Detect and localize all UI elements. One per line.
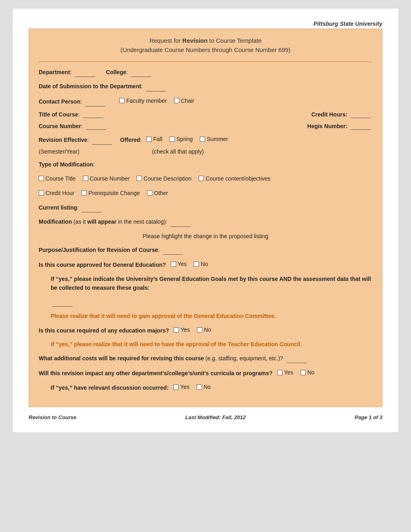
ed-majors-no-checkbox[interactable] [197,327,202,332]
faculty-member-checkbox-item: Faculty member [119,96,166,105]
gen-ed-warning: Please realize that it will need to gain… [51,313,276,319]
gen-ed-indent-row: If “yes,” please indicate the University… [51,274,372,293]
gen-ed-row: Is this course approved for General Educ… [39,260,372,269]
header-line1: Request for Revision to Course Template [39,36,372,46]
title-course-cell: Title of Course: [39,111,105,118]
gen-ed-yes-label: Yes [178,260,187,268]
hegis-number-blank [351,123,371,130]
credit-hour-mod-checkbox[interactable] [39,190,44,195]
modification-checkboxes-row2: Credit Hour Prerequisite Change Other [39,189,372,198]
college-label: College [106,69,127,75]
gen-ed-indent-text: If “yes,” please indicate the University… [51,276,371,291]
prereq-change-mod-item: Prerequisite Change [81,189,140,197]
discussion-no-checkbox[interactable] [197,384,202,390]
contact-person-blank [85,97,105,106]
spring-checkbox-item: Spring [170,135,193,143]
other-mod-checkbox[interactable] [147,190,152,195]
purpose-row: Purpose/Justification for Revision of Co… [39,245,372,255]
title-course-blank [83,111,103,118]
discussion-no-item: No [197,382,211,391]
footer-right: Page 1 of 3 [355,414,382,420]
course-desc-mod-checkbox[interactable] [137,176,142,181]
gen-ed-yes-checkbox[interactable] [171,262,176,267]
course-number-mod-checkbox[interactable] [83,176,88,181]
revision-effective-label: Revision Effective [39,137,87,143]
revision-offered-row: Revision Effective: Offered: Fall Spring… [39,135,372,145]
date-submission-blank [146,82,166,91]
prereq-change-mod-checkbox[interactable] [81,190,87,195]
date-submission-label: Date of Submission to the Department [39,83,141,89]
impact-no-checkbox[interactable] [301,370,306,375]
purpose-blank [163,245,183,255]
department-blank [75,68,95,77]
course-hegis-row: Course Number: Hegis Number: [39,123,372,130]
course-desc-mod-label: Course Description [143,174,191,183]
gen-ed-yes-item: Yes [171,260,187,268]
chair-checkbox-item: Chair [174,96,194,105]
fall-checkbox[interactable] [146,137,152,142]
discussion-row: If “yes,” have relevant discussion occur… [51,382,372,392]
discussion-yes-label: Yes [180,382,189,391]
additional-costs-blank [286,354,307,363]
page-container: Pittsburg State University Request for R… [12,8,399,433]
chair-checkbox[interactable] [174,98,179,103]
modification-note1: (as it [73,218,87,225]
impact-yes-label: Yes [284,368,293,377]
header-line1-post: to Course Template [208,37,262,44]
semester-check-row: (Semester/Year) (check all that apply) [39,147,372,156]
discussion-yes-checkbox[interactable] [173,384,179,390]
impact-question: Will this revision impact any other depa… [39,370,272,376]
current-listing-label: Current listing [39,204,77,211]
footer-center: Last Modified: Fall, 2012 [185,414,246,420]
other-mod-item: Other [147,189,168,197]
impact-no-label: No [307,368,315,377]
faculty-member-checkbox[interactable] [119,98,125,103]
ed-majors-question: Is this course required of any education… [39,327,169,334]
course-number-mod-item: Course Number [83,174,130,183]
ed-majors-no-item: No [197,325,211,334]
modification-label: Modification [39,218,72,225]
impact-no-item: No [301,368,315,377]
modification-row: Modification (as it will appear in the n… [39,217,372,227]
ed-majors-warning-row: If “yes,” please realize that it will ne… [51,340,372,349]
footer-left: Revision to Course [29,414,76,420]
type-modification-label: Type of Modification [39,161,93,168]
course-number-mod-label: Course Number [90,174,130,183]
gen-ed-no-checkbox[interactable] [194,262,199,267]
ed-majors-warning: If “yes,” please realize that it will ne… [51,341,302,347]
fall-label: Fall [153,135,162,143]
header-divider [39,62,372,62]
chair-label: Chair [181,96,194,105]
purpose-label: Purpose/Justification for Revision of Co… [39,247,158,253]
additional-costs-row: What additional costs will be required f… [39,354,372,363]
spring-label: Spring [176,135,193,143]
title-credit-row: Title of Course: Credit Hours: [39,111,372,118]
ed-majors-yes-label: Yes [181,325,190,334]
department-college-row: Department: College: [39,68,372,77]
offered-label: Offered [120,137,140,143]
course-title-mod-checkbox[interactable] [39,176,44,181]
modification-bold: will appear [87,218,116,225]
course-desc-mod-item: Course Description [137,174,191,183]
contact-person-label: Contact Person [39,98,80,104]
gen-ed-blank-row [51,297,372,306]
summer-checkbox[interactable] [200,137,205,142]
discussion-yes-item: Yes [173,382,189,391]
other-mod-label: Other [154,189,168,197]
header-line2: (Undergraduate Course Numbers through Co… [39,46,372,55]
modification-sub: Please highlight the change in the propo… [39,232,372,241]
course-title-mod-label: Course Title [46,174,76,183]
credit-hour-mod-item: Credit Hour [39,189,75,197]
discussion-label: If “yes,” have relevant discussion occur… [51,384,169,391]
current-listing-blank [82,203,102,212]
ed-majors-yes-checkbox[interactable] [174,327,179,332]
page-footer: Revision to Course Last Modified: Fall, … [29,414,382,420]
modification-note2: in the next catalog): [116,218,167,225]
spring-checkbox[interactable] [170,137,175,142]
course-content-mod-checkbox[interactable] [199,176,204,181]
hegis-number-label: Hegis Number [307,123,346,129]
additional-costs-label: What additional costs will be required f… [39,355,204,362]
impact-yes-checkbox[interactable] [277,370,282,375]
fall-checkbox-item: Fall [146,135,162,143]
form-header: Request for Revision to Course Template … [39,36,372,54]
